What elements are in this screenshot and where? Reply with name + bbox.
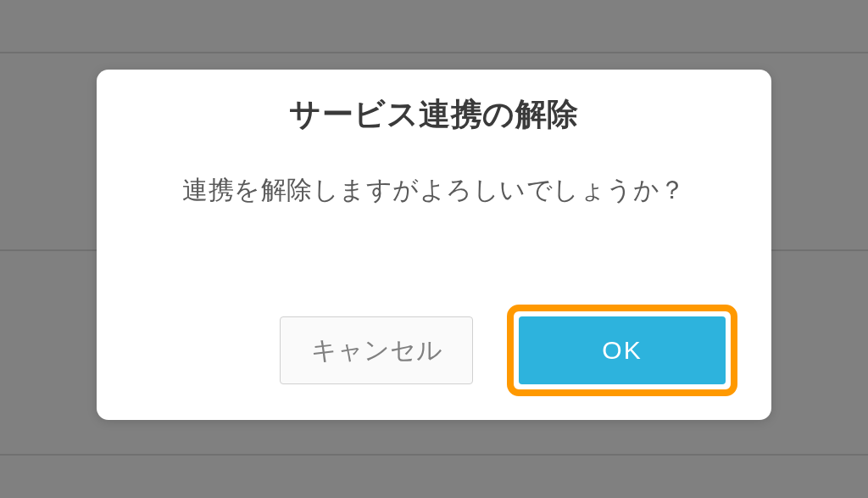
- dialog-actions: キャンセル OK: [280, 305, 737, 396]
- confirmation-dialog: サービス連携の解除 連携を解除しますがよろしいでしょうか？ キャンセル OK: [97, 70, 771, 420]
- background-divider: [0, 454, 868, 456]
- dialog-message: 連携を解除しますがよろしいでしょうか？: [97, 173, 771, 208]
- dialog-title: サービス連携の解除: [97, 93, 771, 136]
- ok-button[interactable]: OK: [519, 316, 726, 384]
- background-divider: [0, 52, 868, 53]
- cancel-button[interactable]: キャンセル: [280, 316, 473, 384]
- ok-button-highlight: OK: [507, 305, 737, 396]
